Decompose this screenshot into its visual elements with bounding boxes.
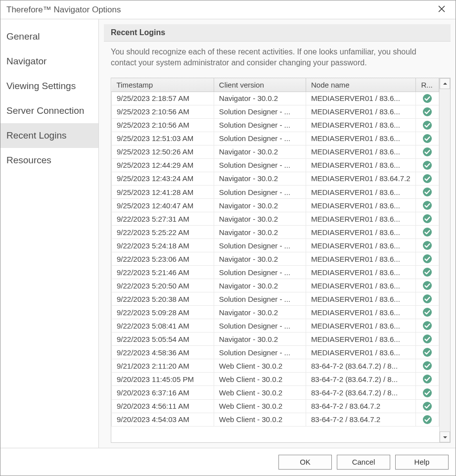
- table-row[interactable]: 9/25/2023 12:51:03 AMSolution Designer -…: [112, 132, 439, 145]
- cell-result: [416, 92, 439, 105]
- cell-result: [416, 386, 439, 399]
- table-row[interactable]: 9/25/2023 12:50:26 AMNavigator - 30.0.2M…: [112, 145, 439, 158]
- cell-timestamp: 9/22/2023 5:24:18 AM: [112, 239, 214, 252]
- cell-node-name: MEDIASERVER01 / 83.6...: [306, 319, 416, 333]
- cell-node-name: MEDIASERVER01 / 83.6...: [306, 118, 416, 132]
- table-row[interactable]: 9/22/2023 5:27:31 AMNavigator - 30.0.2ME…: [112, 212, 439, 226]
- cell-node-name: MEDIASERVER01 / 83.6...: [306, 292, 416, 306]
- cell-client-version: Solution Designer - ...: [214, 105, 306, 118]
- cell-client-version: Solution Designer - ...: [214, 292, 306, 306]
- cell-timestamp: 9/25/2023 12:41:28 AM: [112, 186, 214, 199]
- table-row[interactable]: 9/22/2023 5:20:38 AMSolution Designer - …: [112, 292, 439, 306]
- svg-point-19: [423, 348, 432, 357]
- cell-result: [416, 399, 439, 413]
- cell-timestamp: 9/20/2023 11:45:05 PM: [112, 373, 214, 386]
- svg-point-4: [423, 147, 432, 156]
- table-row[interactable]: 9/20/2023 11:45:05 PMWeb Client - 30.0.2…: [112, 373, 439, 386]
- check-circle-icon: [422, 214, 432, 224]
- table-row[interactable]: 9/22/2023 5:23:06 AMNavigator - 30.0.2ME…: [112, 252, 439, 266]
- table-row[interactable]: 9/22/2023 5:25:22 AMNavigator - 30.0.2ME…: [112, 226, 439, 239]
- cancel-button[interactable]: Cancel: [337, 455, 390, 470]
- cell-result: [416, 306, 439, 319]
- table-row[interactable]: 9/22/2023 5:20:50 AMNavigator - 30.0.2ME…: [112, 279, 439, 292]
- cell-result: [416, 359, 439, 373]
- table-row[interactable]: 9/22/2023 4:58:36 AMSolution Designer - …: [112, 346, 439, 359]
- table-row[interactable]: 9/25/2023 2:18:57 AMNavigator - 30.0.2ME…: [112, 92, 439, 105]
- ok-button[interactable]: OK: [278, 455, 332, 470]
- table-row[interactable]: 9/22/2023 5:24:18 AMSolution Designer - …: [112, 239, 439, 252]
- close-icon: [438, 5, 445, 15]
- col-header-node-name[interactable]: Node name: [306, 78, 416, 92]
- check-circle-icon: [422, 227, 432, 237]
- table-row[interactable]: 9/21/2023 2:11:20 AMWeb Client - 30.0.28…: [112, 359, 439, 373]
- sidebar-item-general[interactable]: General: [0, 24, 98, 49]
- table-row[interactable]: 9/22/2023 5:21:46 AMSolution Designer - …: [112, 266, 439, 279]
- table-row[interactable]: 9/25/2023 12:43:24 AMNavigator - 30.0.2M…: [112, 172, 439, 185]
- cell-client-version: Web Client - 30.0.2: [214, 373, 306, 386]
- cell-result: [416, 373, 439, 386]
- table-row[interactable]: 9/20/2023 6:37:16 AMWeb Client - 30.0.28…: [112, 386, 439, 399]
- sidebar-item-navigator[interactable]: Navigator: [0, 49, 98, 74]
- cell-timestamp: 9/22/2023 5:05:54 AM: [112, 333, 214, 346]
- close-button[interactable]: [433, 0, 451, 19]
- sidebar-item-server-connection[interactable]: Server Connection: [0, 98, 98, 123]
- titlebar: Therefore™ Navigator Options: [0, 0, 456, 19]
- cell-client-version: Navigator - 30.0.2: [214, 333, 306, 346]
- cell-timestamp: 9/25/2023 12:50:26 AM: [112, 145, 214, 158]
- cell-client-version: Solution Designer - ...: [214, 186, 306, 199]
- table-row[interactable]: 9/25/2023 2:10:56 AMSolution Designer - …: [112, 118, 439, 132]
- cell-node-name: 83-64-7-2 (83.64.7.2) / 8...: [306, 373, 416, 386]
- col-header-client-version[interactable]: Client version: [214, 78, 306, 92]
- check-circle-icon: [422, 147, 432, 157]
- cell-node-name: MEDIASERVER01 / 83.6...: [306, 346, 416, 359]
- cell-client-version: Navigator - 30.0.2: [214, 92, 306, 105]
- cell-node-name: MEDIASERVER01 / 83.6...: [306, 212, 416, 226]
- help-button[interactable]: Help: [395, 455, 449, 470]
- col-header-timestamp[interactable]: Timestamp: [112, 78, 214, 92]
- svg-point-13: [423, 268, 432, 277]
- scroll-down-button[interactable]: [440, 431, 450, 442]
- sidebar: GeneralNavigatorViewing SettingsServer C…: [0, 19, 99, 448]
- table-row[interactable]: 9/20/2023 4:54:03 AMWeb Client - 30.0.28…: [112, 413, 439, 426]
- cell-timestamp: 9/25/2023 2:10:56 AM: [112, 105, 214, 118]
- cell-timestamp: 9/20/2023 6:37:16 AM: [112, 386, 214, 399]
- svg-point-8: [423, 201, 432, 210]
- table-row[interactable]: 9/22/2023 5:09:28 AMNavigator - 30.0.2ME…: [112, 306, 439, 319]
- table-row[interactable]: 9/25/2023 12:41:28 AMSolution Designer -…: [112, 186, 439, 199]
- sidebar-item-viewing-settings[interactable]: Viewing Settings: [0, 74, 98, 98]
- cell-client-version: Navigator - 30.0.2: [214, 172, 306, 185]
- scroll-up-button[interactable]: [440, 78, 450, 89]
- check-circle-icon: [422, 267, 432, 277]
- check-circle-icon: [422, 361, 432, 371]
- section-description: You should recognize each of these recen…: [104, 42, 451, 78]
- section-heading: Recent Logins: [104, 24, 451, 42]
- table-row[interactable]: 9/25/2023 12:44:29 AMSolution Designer -…: [112, 158, 439, 172]
- vertical-scrollbar[interactable]: [439, 78, 450, 442]
- cell-result: [416, 186, 439, 199]
- cell-timestamp: 9/22/2023 4:58:36 AM: [112, 346, 214, 359]
- table-row[interactable]: 9/22/2023 5:08:41 AMSolution Designer - …: [112, 319, 439, 333]
- cell-node-name: 83-64-7-2 (83.64.7.2) / 8...: [306, 386, 416, 399]
- sidebar-item-recent-logins[interactable]: Recent Logins: [0, 123, 98, 148]
- cell-result: [416, 199, 439, 212]
- table-row[interactable]: 9/25/2023 12:40:47 AMNavigator - 30.0.2M…: [112, 199, 439, 212]
- logins-table-scroll: Timestamp Client version Node name R... …: [111, 78, 439, 442]
- svg-point-10: [423, 228, 432, 237]
- check-circle-icon: [422, 307, 432, 317]
- cell-node-name: MEDIASERVER01 / 83.6...: [306, 92, 416, 105]
- check-circle-icon: [422, 120, 432, 130]
- table-row[interactable]: 9/20/2023 4:56:11 AMWeb Client - 30.0.28…: [112, 399, 439, 413]
- cell-result: [416, 333, 439, 346]
- sidebar-item-resources[interactable]: Resources: [0, 148, 98, 173]
- svg-point-2: [423, 121, 432, 130]
- cell-client-version: Solution Designer - ...: [214, 346, 306, 359]
- col-header-result[interactable]: R...: [416, 78, 439, 92]
- svg-point-0: [423, 94, 432, 103]
- table-row[interactable]: 9/25/2023 2:10:56 AMSolution Designer - …: [112, 105, 439, 118]
- table-row[interactable]: 9/22/2023 5:05:54 AMNavigator - 30.0.2ME…: [112, 333, 439, 346]
- cell-node-name: MEDIASERVER01 / 83.6...: [306, 132, 416, 145]
- cell-result: [416, 118, 439, 132]
- cell-client-version: Web Client - 30.0.2: [214, 359, 306, 373]
- cell-timestamp: 9/25/2023 2:18:57 AM: [112, 92, 214, 105]
- cell-client-version: Navigator - 30.0.2: [214, 279, 306, 292]
